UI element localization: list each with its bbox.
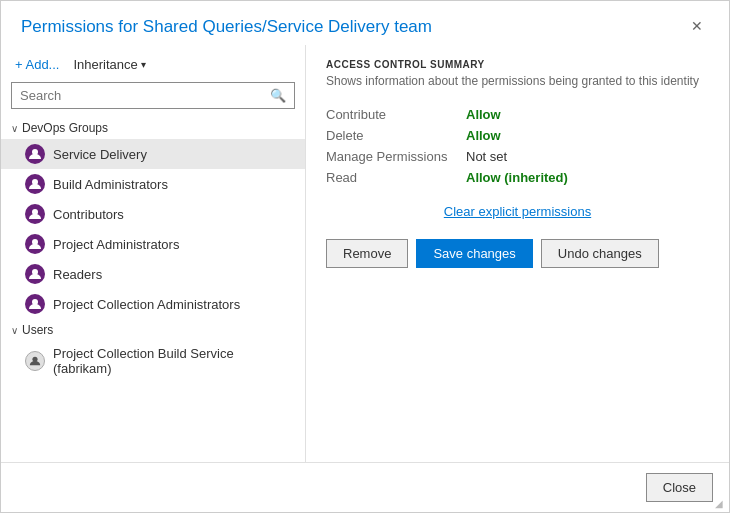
search-input[interactable]: [12, 83, 262, 108]
list-item[interactable]: Project Collection Administrators: [1, 289, 305, 319]
perm-row: Read Allow (inherited): [326, 167, 709, 188]
save-button[interactable]: Save changes: [416, 239, 532, 268]
dialog-header: Permissions for Shared Queries/Service D…: [1, 1, 729, 45]
remove-button[interactable]: Remove: [326, 239, 408, 268]
perm-label: Contribute: [326, 107, 466, 122]
close-icon[interactable]: ✕: [685, 17, 709, 35]
chevron-down-icon: ∨: [11, 325, 18, 336]
users-group-label: Users: [22, 323, 53, 337]
access-summary-desc: Shows information about the permissions …: [326, 74, 709, 88]
toolbar: + Add... Inheritance ▾: [1, 55, 305, 82]
chevron-down-icon: ▾: [141, 59, 146, 70]
perm-row: Delete Allow: [326, 125, 709, 146]
inheritance-button[interactable]: Inheritance ▾: [67, 55, 151, 74]
avatar: [25, 234, 45, 254]
item-label: Project Administrators: [53, 237, 179, 252]
dialog-body: + Add... Inheritance ▾ 🔍 ∨ DevOps Groups: [1, 45, 729, 462]
avatar: [25, 144, 45, 164]
resize-handle[interactable]: ◢: [715, 498, 727, 510]
chevron-down-icon: ∨: [11, 123, 18, 134]
avatar: [25, 294, 45, 314]
item-label: Readers: [53, 267, 102, 282]
list-item[interactable]: Project Collection Build Service (fabrik…: [1, 341, 305, 381]
add-button[interactable]: + Add...: [11, 55, 63, 74]
perm-row: Contribute Allow: [326, 104, 709, 125]
item-label: Build Administrators: [53, 177, 168, 192]
devops-groups-header[interactable]: ∨ DevOps Groups: [1, 117, 305, 139]
undo-button[interactable]: Undo changes: [541, 239, 659, 268]
access-summary-title: ACCESS CONTROL SUMMARY: [326, 59, 709, 70]
perm-label: Read: [326, 170, 466, 185]
avatar: [25, 204, 45, 224]
avatar: [25, 264, 45, 284]
list-item[interactable]: Service Delivery: [1, 139, 305, 169]
action-buttons: Remove Save changes Undo changes: [326, 239, 709, 268]
search-box: 🔍: [11, 82, 295, 109]
permissions-dialog: Permissions for Shared Queries/Service D…: [0, 0, 730, 513]
perm-value: Allow: [466, 128, 501, 143]
users-group-header[interactable]: ∨ Users: [1, 319, 305, 341]
item-label: Project Collection Administrators: [53, 297, 240, 312]
dialog-title: Permissions for Shared Queries/Service D…: [21, 17, 432, 37]
permissions-table: Contribute Allow Delete Allow Manage Per…: [326, 104, 709, 188]
inheritance-label: Inheritance: [73, 57, 137, 72]
close-button[interactable]: Close: [646, 473, 713, 502]
perm-value: Allow (inherited): [466, 170, 568, 185]
avatar: [25, 174, 45, 194]
avatar: [25, 351, 45, 371]
list-item[interactable]: Readers: [1, 259, 305, 289]
left-panel: + Add... Inheritance ▾ 🔍 ∨ DevOps Groups: [1, 45, 306, 462]
perm-label: Delete: [326, 128, 466, 143]
list-item[interactable]: Project Administrators: [1, 229, 305, 259]
dialog-footer: Close: [1, 462, 729, 512]
item-label: Project Collection Build Service (fabrik…: [53, 346, 295, 376]
perm-row: Manage Permissions Not set: [326, 146, 709, 167]
item-label: Contributors: [53, 207, 124, 222]
search-icon[interactable]: 🔍: [262, 84, 294, 107]
clear-permissions-link[interactable]: Clear explicit permissions: [326, 204, 709, 219]
perm-value: Allow: [466, 107, 501, 122]
perm-value: Not set: [466, 149, 507, 164]
right-panel: ACCESS CONTROL SUMMARY Shows information…: [306, 45, 729, 462]
perm-label: Manage Permissions: [326, 149, 466, 164]
list-item[interactable]: Build Administrators: [1, 169, 305, 199]
list-item[interactable]: Contributors: [1, 199, 305, 229]
item-label: Service Delivery: [53, 147, 147, 162]
devops-groups-label: DevOps Groups: [22, 121, 108, 135]
